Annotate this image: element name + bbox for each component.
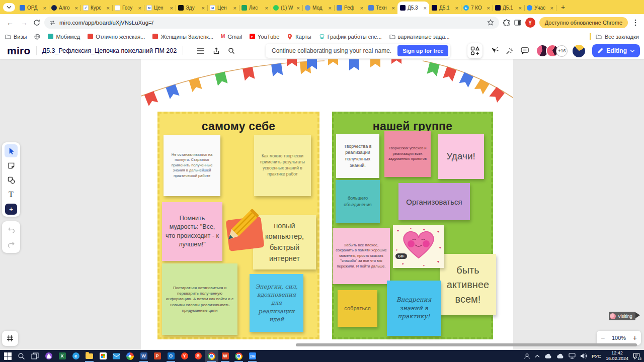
sticky-note[interactable]: Постараться остановиться и переварить по… (162, 263, 237, 335)
people-icon[interactable] (524, 353, 530, 359)
follow-cursor-icon[interactable] (491, 47, 499, 55)
sticky-note[interactable]: Внедрения знаний в практику! (387, 281, 441, 336)
miro-canvas[interactable]: самому себе нашей группе Не останавливат… (0, 59, 644, 350)
browser-tab[interactable]: Реф× (334, 2, 366, 14)
tab-close-icon[interactable]: × (392, 5, 395, 11)
new-tab-button[interactable]: + (557, 2, 569, 13)
bookmark-item[interactable]: Карты (287, 34, 311, 40)
tab-close-icon[interactable]: × (170, 5, 173, 11)
taskbar-app-purple[interactable] (42, 350, 55, 362)
taskbar-word[interactable]: W (137, 350, 150, 362)
editing-mode-button[interactable]: Editing (592, 44, 640, 57)
tab-close-icon[interactable]: × (75, 5, 78, 11)
bookmark-star-icon[interactable] (487, 19, 494, 26)
onedrive-icon[interactable] (544, 352, 552, 360)
frames-button[interactable] (2, 331, 18, 346)
tab-close-icon[interactable]: × (550, 5, 553, 11)
tab-close-icon[interactable]: × (360, 5, 363, 11)
network-icon[interactable] (569, 352, 576, 359)
reactions-icon[interactable] (506, 47, 514, 55)
frame-title[interactable]: самому себе (159, 120, 317, 133)
sticky-note[interactable]: Забыть все плохое, сохранить в памяти хо… (333, 228, 390, 284)
browser-tab[interactable]: Учас× (524, 2, 556, 14)
apps-icon[interactable] (470, 46, 479, 55)
browser-tab[interactable]: ОРД× (17, 2, 49, 14)
avatar[interactable] (573, 45, 585, 57)
tab-close-icon[interactable]: × (487, 5, 490, 11)
browser-tab[interactable]: мЦен× (207, 2, 239, 14)
browser-tab[interactable]: Д5.1× (429, 2, 461, 14)
tab-search-button[interactable] (3, 3, 15, 12)
reload-icon[interactable] (33, 19, 40, 26)
select-tool[interactable] (5, 144, 18, 157)
browser-tab[interactable]: ✓Курс× (80, 2, 112, 14)
sticky-note[interactable]: Не останавливаться на полпути. Стараться… (164, 135, 220, 196)
sticky-note[interactable]: Энергии, сил, вдохновения для реализации… (250, 274, 303, 332)
menu-dots-icon[interactable] (632, 19, 639, 26)
sticky-note[interactable]: Удачи! (438, 134, 484, 179)
browser-tab[interactable]: Мод× (302, 2, 334, 14)
sticky-note[interactable]: Творчества в реализации полученных знани… (336, 134, 379, 178)
browser-tab[interactable]: Д5.1× (493, 2, 524, 14)
pencil-clipart[interactable] (221, 206, 269, 254)
tab-close-icon[interactable]: × (519, 5, 522, 11)
taskbar-start[interactable] (1, 350, 15, 362)
heart-gif[interactable]: ♥ ♥ ♥ ♥ ♥ ♥ ♥ ♥ ♥ GIF (393, 225, 444, 268)
tab-close-icon[interactable]: × (202, 5, 205, 11)
tab-close-icon[interactable]: × (43, 5, 46, 11)
bookmark-item[interactable]: Визы (5, 34, 27, 40)
tab-close-icon[interactable]: × (297, 5, 300, 11)
site-info-icon[interactable] (49, 20, 55, 26)
clock[interactable]: 12:42 16.02.2024 (606, 350, 628, 361)
taskbar-mail[interactable] (110, 350, 123, 362)
taskbar-yandex-browser[interactable]: Y (178, 350, 191, 362)
browser-tab[interactable]: мЦен× (144, 2, 176, 14)
address-bar[interactable]: miro.com/app/board/uXjVNsLuXug=/ (44, 17, 499, 29)
bookmark-item[interactable]: Мобимед (48, 34, 80, 40)
taskbar-zoom-app[interactable]: zm (246, 350, 259, 362)
language-indicator[interactable]: РУС (592, 353, 601, 359)
back-icon[interactable]: ← (5, 19, 15, 27)
taskbar-search[interactable] (15, 350, 28, 362)
bookmark-item[interactable]: Отлично женская... (88, 34, 145, 40)
collaborator-avatars[interactable]: +16 (536, 44, 568, 57)
sticky-note[interactable]: Организоваться (398, 183, 470, 220)
taskbar-yandex[interactable]: Я (191, 350, 205, 362)
taskbar-browser-ball[interactable] (232, 350, 246, 362)
sticky-note[interactable]: большего объединения (336, 180, 380, 223)
browser-tab[interactable]: Алго× (49, 2, 80, 14)
all-bookmarks[interactable]: Все закладки (590, 33, 639, 40)
tab-close-icon[interactable]: × (138, 5, 141, 11)
browser-tab[interactable]: (1) W× (271, 2, 302, 14)
horizontal-scrollbar[interactable] (296, 343, 637, 346)
shapes-tool[interactable] (5, 173, 18, 187)
sticky-note[interactable]: собраться (338, 290, 377, 327)
zoom-level[interactable]: 100% (612, 335, 626, 341)
redo-button[interactable] (5, 238, 18, 251)
browser-tab[interactable]: Техн× (366, 2, 397, 14)
tab-close-icon[interactable]: × (265, 5, 268, 11)
sticky-note[interactable]: Помнить мудрость: "Все, что происходит -… (162, 202, 222, 261)
avatar-overflow-count[interactable]: +16 (556, 45, 568, 57)
taskbar-w-app[interactable]: W (218, 350, 232, 362)
sidebar-icon[interactable] (514, 19, 521, 26)
bookmark-item[interactable] (34, 34, 40, 40)
browser-tab[interactable]: Д5.3× (397, 2, 429, 14)
taskbar-chrome[interactable] (205, 350, 218, 362)
taskbar-paint[interactable] (123, 350, 137, 362)
profile-avatar[interactable]: Y (525, 18, 535, 28)
bookmark-item[interactable]: ▸YouTube (250, 34, 279, 40)
tab-close-icon[interactable]: × (233, 5, 236, 11)
bookmark-item[interactable]: Женщины Заклепк... (152, 34, 213, 40)
taskbar-excel[interactable]: X (55, 350, 69, 362)
taskbar-file-explorer[interactable] (83, 350, 96, 362)
more-tools-button[interactable]: + (5, 204, 17, 215)
extensions-icon[interactable] (503, 19, 510, 26)
tab-close-icon[interactable]: × (329, 5, 332, 11)
browser-tab[interactable]: ▸7 КО× (461, 2, 493, 14)
board-title[interactable]: Д5.3_Рефлексия_Цепочка пожеланий ПМ 2024 (42, 47, 177, 54)
taskbar-outlook[interactable]: O (164, 350, 178, 362)
taskbar-powerpoint[interactable]: P (150, 350, 164, 362)
comments-icon[interactable] (521, 47, 529, 55)
export-icon[interactable] (213, 47, 220, 54)
